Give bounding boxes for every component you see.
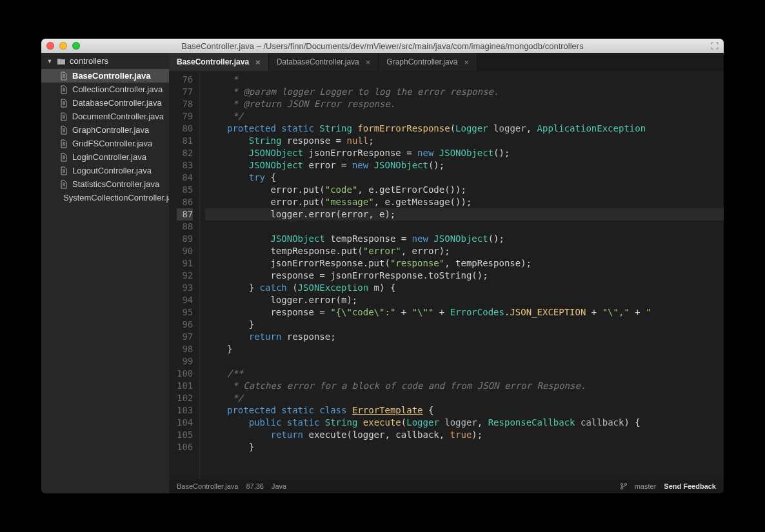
code-line[interactable]: try { (205, 172, 724, 184)
sidebar-file-label: SystemCollectionController.java (63, 193, 169, 202)
code-line[interactable]: } (205, 343, 724, 355)
file-icon (59, 180, 68, 189)
sidebar-file-item[interactable]: LoginController.java (41, 150, 169, 164)
zoom-window-button[interactable] (72, 42, 80, 50)
file-icon (59, 72, 68, 81)
send-feedback-link[interactable]: Send Feedback (664, 482, 716, 490)
code-line[interactable]: tempResponse.put("error", error); (205, 245, 724, 257)
code-line[interactable]: protected static String formErrorRespons… (205, 123, 724, 135)
sidebar-file-label: StatisticsController.java (72, 179, 159, 189)
sidebar-file-item[interactable]: DatabaseController.java (41, 96, 169, 110)
sidebar-file-item[interactable]: CollectionController.java (41, 83, 169, 96)
code-line[interactable]: JSONObject jsonErrorResponse = new JSONO… (205, 147, 724, 159)
sidebar-file-label: GraphController.java (72, 125, 149, 135)
folder-label: controllers (70, 56, 108, 66)
code-line[interactable] (205, 221, 724, 233)
git-branch-icon (621, 483, 627, 489)
file-icon (59, 85, 68, 94)
sidebar-file-item[interactable]: StatisticsController.java (41, 177, 169, 191)
editor-tab[interactable]: GraphController.java× (379, 53, 477, 71)
line-gutter: 7677787980818283848586878889909192939495… (169, 71, 200, 479)
sidebar-file-item[interactable]: LogoutController.java (41, 164, 169, 177)
traffic-lights (46, 42, 80, 50)
code-line[interactable] (205, 355, 724, 368)
code-line[interactable]: logger.error(error, e); (205, 208, 724, 221)
close-tab-icon[interactable]: × (464, 57, 469, 67)
code-line[interactable]: /** (205, 368, 724, 380)
code-line[interactable]: * @param logger Logger to log the error … (205, 86, 724, 98)
code-line[interactable]: response = "{\"code\":" + "\"" + ErrorCo… (205, 306, 724, 319)
tab-label: GraphController.java (386, 57, 457, 66)
code-line[interactable]: */ (205, 110, 724, 123)
code-editor[interactable]: 7677787980818283848586878889909192939495… (169, 71, 724, 479)
code-line[interactable]: response = jsonErrorResponse.toString(); (205, 270, 724, 282)
editor-tab[interactable]: DatabaseController.java× (269, 53, 379, 71)
code-line[interactable]: logger.error(m); (205, 294, 724, 306)
tab-label: BaseController.java (177, 57, 249, 66)
code-line[interactable]: * @return JSON Error response. (205, 98, 724, 110)
sidebar-file-label: LoginController.java (72, 152, 146, 162)
expand-icon[interactable] (711, 42, 719, 50)
file-icon (59, 153, 68, 162)
file-icon (59, 126, 68, 135)
code-line[interactable]: String response = null; (205, 135, 724, 147)
code-line[interactable]: * Catches error for a block of code and … (205, 380, 724, 392)
file-icon (59, 166, 68, 175)
editor-area: BaseController.java×DatabaseController.j… (169, 53, 724, 493)
file-icon (59, 99, 68, 108)
chevron-down-icon: ▼ (46, 58, 53, 64)
sidebar-file-item[interactable]: DocumentController.java (41, 110, 169, 123)
status-branch[interactable]: master (635, 482, 657, 490)
code-line[interactable]: JSONObject tempResponse = new JSONObject… (205, 233, 724, 245)
sidebar-file-item[interactable]: GridFSController.java (41, 137, 169, 150)
sidebar-file-label: CollectionController.java (72, 84, 163, 94)
editor-tab[interactable]: BaseController.java× (169, 53, 269, 71)
code-line[interactable]: */ (205, 392, 724, 404)
code-line[interactable]: } catch (JSONException m) { (205, 282, 724, 294)
editor-window: BaseController.java – /Users/finn/Docume… (41, 39, 724, 493)
window-title: BaseController.java – /Users/finn/Docume… (41, 41, 724, 51)
code-content[interactable]: * * @param logger Logger to log the erro… (200, 71, 724, 479)
sidebar-file-label: GridFSController.java (72, 139, 152, 148)
code-line[interactable]: return response; (205, 331, 724, 343)
close-tab-icon[interactable]: × (366, 57, 371, 67)
sidebar-file-item[interactable]: GraphController.java (41, 123, 169, 137)
sidebar-file-label: LogoutController.java (72, 166, 152, 175)
tab-bar: BaseController.java×DatabaseController.j… (169, 53, 724, 71)
code-line[interactable]: * (205, 74, 724, 86)
status-language[interactable]: Java (272, 482, 286, 490)
close-window-button[interactable] (46, 42, 54, 50)
code-line[interactable]: return execute(logger, callback, true); (205, 429, 724, 441)
code-line[interactable]: } (205, 441, 724, 453)
folder-icon (57, 57, 66, 66)
file-icon (59, 112, 68, 121)
code-line[interactable]: error.put("message", e.getMessage()); (205, 196, 724, 208)
code-line[interactable]: public static String execute(Logger logg… (205, 417, 724, 429)
sidebar-file-item[interactable]: BaseController.java (41, 69, 169, 83)
tab-label: DatabaseController.java (277, 57, 359, 66)
folder-row[interactable]: ▼ controllers (41, 53, 169, 69)
code-line[interactable]: JSONObject error = new JSONObject(); (205, 159, 724, 172)
code-line[interactable]: error.put("code", e.getErrorCode()); (205, 184, 724, 196)
sidebar-file-label: DocumentController.java (72, 112, 164, 121)
status-position: 87,36 (246, 482, 264, 490)
minimize-window-button[interactable] (59, 42, 67, 50)
status-bar: BaseController.java 87,36 Java master Se… (169, 479, 724, 493)
code-line[interactable]: } (205, 319, 724, 331)
status-file: BaseController.java (177, 482, 238, 490)
sidebar-file-label: BaseController.java (72, 71, 150, 81)
sidebar-file-item[interactable]: SystemCollectionController.java (41, 191, 169, 204)
file-tree-sidebar: ▼ controllers BaseController.javaCollect… (41, 53, 169, 493)
code-line[interactable]: jsonErrorResponse.put("response", tempRe… (205, 257, 724, 270)
close-tab-icon[interactable]: × (255, 57, 261, 67)
file-icon (59, 139, 68, 148)
sidebar-file-label: DatabaseController.java (72, 98, 162, 108)
titlebar[interactable]: BaseController.java – /Users/finn/Docume… (41, 39, 724, 53)
code-line[interactable]: protected static class ErrorTemplate { (205, 404, 724, 417)
